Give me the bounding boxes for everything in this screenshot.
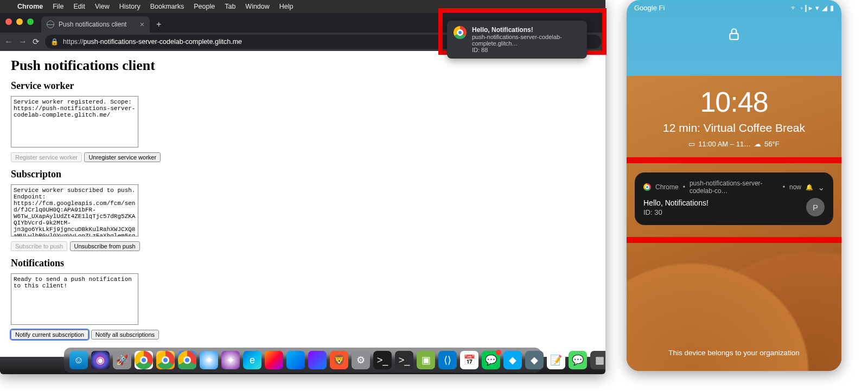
globe-icon xyxy=(47,21,54,28)
notification-title: Hello, Notifications! xyxy=(472,26,580,34)
chrome-dev-icon[interactable] xyxy=(178,351,196,369)
menu-window[interactable]: Window xyxy=(245,3,269,10)
menu-edit[interactable]: Edit xyxy=(73,3,85,10)
app-menu[interactable]: Chrome xyxy=(17,3,43,10)
phone-status-bar: Google Fi ᯤ ◦❙▸ ▾ ◢ ▮ xyxy=(627,0,841,14)
firefox-de-icon[interactable] xyxy=(286,351,305,369)
chat-icon[interactable]: 💬 xyxy=(482,351,500,369)
terminal-icon[interactable]: >_ xyxy=(373,351,392,369)
notifications-status-textarea[interactable] xyxy=(11,273,138,325)
register-service-worker-button: Register service worker xyxy=(11,152,82,162)
maximize-window-button[interactable] xyxy=(27,18,34,25)
menu-tab[interactable]: Tab xyxy=(225,3,235,10)
siri-icon[interactable]: ◉ xyxy=(91,351,110,369)
forward-button[interactable]: → xyxy=(18,37,27,47)
page-title: Push notifications client xyxy=(11,57,595,74)
notify-all-subscriptions-button[interactable]: Notify all subscriptions xyxy=(91,330,159,339)
safari-icon[interactable]: ✦ xyxy=(200,351,218,369)
chrome-icon[interactable] xyxy=(135,351,153,369)
notify-current-subscription-button[interactable]: Notify current subscription xyxy=(11,330,88,339)
lockscreen-event: 12 min: Virtual Coffee Break xyxy=(627,121,841,134)
notification-header: Chrome • push-notifications-server-codel… xyxy=(643,180,825,195)
notification-app: Chrome xyxy=(655,183,679,191)
signal-icon: ◢ xyxy=(822,4,827,12)
launchpad-icon[interactable]: 🚀 xyxy=(113,351,131,369)
tab-close-button[interactable]: × xyxy=(140,20,144,29)
weather-cloud-icon: ☁ xyxy=(754,140,761,148)
status-icons: ᯤ ◦❙▸ ▾ ◢ ▮ xyxy=(790,4,834,12)
window-controls xyxy=(5,18,34,25)
firefox-nightly-icon[interactable] xyxy=(308,351,327,369)
reload-button[interactable]: ⟳ xyxy=(33,37,40,47)
calendar-icon: ▭ xyxy=(688,140,695,148)
finder-icon[interactable]: ☺ xyxy=(69,351,88,369)
firefox-icon[interactable] xyxy=(265,351,283,369)
notes-icon[interactable]: 📝 xyxy=(547,351,565,369)
menu-file[interactable]: File xyxy=(53,3,63,10)
edge-icon[interactable]: e xyxy=(243,351,261,369)
url-prefix: https:// xyxy=(63,38,84,46)
page-content: Push notifications client Service worker… xyxy=(0,51,605,357)
tab-title: Push notifications client xyxy=(59,21,126,28)
close-window-button[interactable] xyxy=(5,18,12,25)
notification-time: now xyxy=(789,183,801,191)
lockscreen-clock: 10:48 xyxy=(627,86,841,118)
notification-body: ID: 88 xyxy=(472,47,580,53)
preferences-icon[interactable]: ⚙ xyxy=(352,351,370,369)
browser-tab[interactable]: Push notifications client × xyxy=(41,16,150,33)
notification-title: Hello, Notifications! xyxy=(643,198,709,207)
chrome-icon xyxy=(643,183,651,191)
menu-bookmarks[interactable]: Bookmarks xyxy=(150,3,184,10)
lockscreen-footer: This device belongs to your organization xyxy=(627,349,841,357)
phone-notification[interactable]: Chrome • push-notifications-server-codel… xyxy=(635,172,833,225)
safari-tp-icon[interactable]: ✦ xyxy=(221,351,240,369)
weather-temp: 56°F xyxy=(764,140,780,148)
camtasia-icon[interactable]: ▣ xyxy=(417,351,435,369)
unsubscribe-from-push-button[interactable]: Unsubscribe from push xyxy=(70,241,140,251)
iterm-icon[interactable]: >_ xyxy=(395,351,413,369)
notification-source: push-notifications-server-codelab-comple… xyxy=(472,34,580,47)
subscription-status-textarea[interactable] xyxy=(11,184,138,236)
url-domain: push-notifications-server-codelab-comple… xyxy=(84,38,242,46)
brave-icon[interactable]: 🦁 xyxy=(330,351,348,369)
app3-icon[interactable]: ▦ xyxy=(590,351,605,369)
vscode-icon[interactable]: ⟨⟩ xyxy=(438,351,457,369)
event-time: 11:00 AM – 11… xyxy=(698,140,751,148)
back-button[interactable]: ← xyxy=(4,37,13,47)
calendar-icon[interactable]: 📅 xyxy=(460,351,478,369)
subscribe-to-push-button: Subscribe to push xyxy=(11,241,67,251)
messages-icon[interactable]: 💬 xyxy=(569,351,587,369)
hotspot-icon: ᯤ xyxy=(790,4,797,12)
notification-avatar: P xyxy=(806,198,825,216)
notification-body: ID: 30 xyxy=(643,208,709,216)
vibrate-icon: ◦❙▸ xyxy=(800,4,813,12)
lock-icon: 🔒 xyxy=(50,38,59,46)
minimize-window-button[interactable] xyxy=(16,18,23,25)
phone-screenshot: Google Fi ᯤ ◦❙▸ ▾ ◢ ▮ 10:48 12 min: Virt… xyxy=(627,0,841,371)
section-notifications-heading: Notifications xyxy=(11,258,595,269)
app2-icon[interactable]: ◆ xyxy=(525,351,544,369)
unregister-service-worker-button[interactable]: Unregister service worker xyxy=(84,152,161,162)
section-subscription-heading: Subscripton xyxy=(11,169,595,180)
menu-view[interactable]: View xyxy=(95,3,110,10)
menu-people[interactable]: People xyxy=(194,3,215,10)
lockscreen-info-row: ▭ 11:00 AM – 11… ☁ 56°F xyxy=(627,140,841,148)
desktop-notification[interactable]: Hello, Notifications! push-notifications… xyxy=(447,21,587,59)
bell-icon: 🔔 xyxy=(806,184,813,191)
svg-rect-0 xyxy=(730,34,738,40)
service-worker-status-textarea[interactable] xyxy=(11,96,138,148)
chevron-down-icon[interactable]: ⌄ xyxy=(818,182,825,193)
menu-history[interactable]: History xyxy=(119,3,141,10)
battery-icon: ▮ xyxy=(830,4,834,12)
carrier-label: Google Fi xyxy=(634,4,665,12)
lock-icon xyxy=(627,27,841,43)
macos-dock: ☺◉🚀✦✦e🦁⚙>_>_▣⟨⟩📅💬◆◆📝💬▦🗑 xyxy=(64,348,541,373)
chrome-icon xyxy=(454,26,467,39)
wifi-icon: ▾ xyxy=(815,4,819,12)
chrome-canary-icon[interactable] xyxy=(156,351,175,369)
section-service-worker-heading: Service worker xyxy=(11,80,595,92)
app1-icon[interactable]: ◆ xyxy=(503,351,522,369)
new-tab-button[interactable]: + xyxy=(153,20,164,33)
menu-help[interactable]: Help xyxy=(279,3,293,10)
notification-source: push-notifications-server-codelab-co… xyxy=(690,180,778,195)
